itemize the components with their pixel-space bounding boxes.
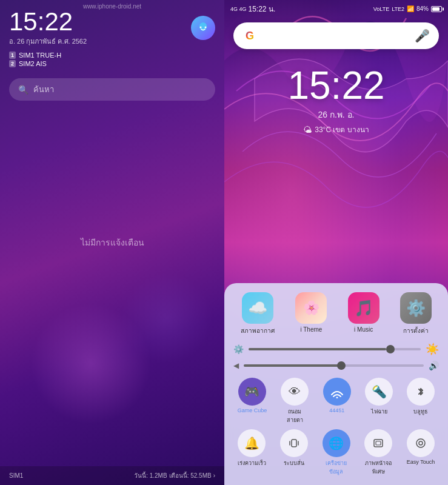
- sim1-text: SIM1 TRUE-H: [19, 52, 61, 59]
- quick-toggles-row1: 🎮 Game Cube 👁 ถนอมสายตา 44451 🔦: [230, 378, 442, 424]
- google-search-bar[interactable]: G 🎤: [233, 22, 439, 49]
- toggle-datanetwork[interactable]: 🌐 เครือข่ายข้อมูล: [323, 429, 350, 476]
- brightness-fill: [249, 348, 386, 350]
- gamecube-label: Game Cube: [238, 407, 267, 413]
- right-clock: 15:22 26 ก.พ. อ. 🌤 33°C เขต บางนา: [224, 54, 448, 138]
- svg-rect-5: [374, 440, 383, 447]
- toggle-boost[interactable]: 🔔 เร่งความเร็ว: [238, 429, 266, 476]
- quick-toggles-row2: 🔔 เร่งความเร็ว ระบบสั่น 🌐 เครือข่ายข้อมู…: [230, 429, 442, 476]
- google-logo: G: [242, 28, 257, 43]
- left-date: อ. 26 กุมภาพันธ์ ค.ศ. 2562: [9, 36, 87, 47]
- lte2-icon: LTE2: [392, 6, 404, 12]
- weather-text: 33°C เขต บางนา: [315, 124, 369, 135]
- search-icon: 🔍: [18, 85, 28, 95]
- quick-apps-row: ☁️ สภาพอากาศ 🌸 i Theme 🎵 i Music ⚙️ การต…: [230, 292, 442, 335]
- volume-row: ◀ 🔊: [230, 361, 442, 370]
- volume-high-icon: 🔊: [429, 361, 439, 370]
- toggle-vibration[interactable]: ระบบสั่น: [280, 429, 308, 476]
- quick-app-settings[interactable]: ⚙️ การตั้งค่า: [400, 292, 432, 335]
- footer-sim: SIM1: [9, 472, 23, 479]
- quick-app-weather[interactable]: ☁️ สภาพอากาศ: [241, 292, 275, 335]
- quick-panel: ☁️ สภาพอากาศ 🌸 i Theme 🎵 i Music ⚙️ การต…: [224, 283, 448, 485]
- theme-app-label: i Theme: [300, 326, 322, 333]
- network44451-label: 44451: [329, 407, 344, 413]
- battery-icon: [431, 6, 442, 12]
- flashlight-label: ไฟฉาย: [371, 407, 387, 416]
- datanetwork-label: เครือข่ายข้อมูล: [326, 459, 347, 476]
- right-time: 15:22: [224, 66, 448, 105]
- footer-today: วันนี้: 1.2MB: [134, 471, 167, 480]
- boost-icon: 🔔: [238, 429, 266, 457]
- bluetooth-icon: [407, 378, 435, 406]
- avatar-icon[interactable]: [191, 16, 215, 40]
- volte-icon: VoLTE: [373, 6, 389, 12]
- eyeprotect-label: ถนอมสายตา: [287, 407, 303, 424]
- volume-low-icon: ◀: [233, 361, 239, 370]
- google-mic-icon[interactable]: 🎤: [415, 28, 430, 43]
- network-icon: [323, 378, 351, 406]
- status-left: 4G 4G 15:22 น.: [230, 3, 275, 15]
- chevron-right-icon: ›: [213, 472, 215, 479]
- boost-label: เร่งความเร็ว: [238, 459, 266, 467]
- status-right: VoLTE LTE2 📶 84%: [373, 5, 442, 12]
- datanetwork-icon: 🌐: [323, 429, 350, 457]
- left-footer: SIM1 วันนี้: 1.2MB เดือนนี้: 52.5MB ›: [0, 466, 224, 485]
- svg-point-2: [205, 27, 207, 28]
- weather-app-label: สภาพอากาศ: [241, 326, 275, 335]
- easytouch-icon: [407, 429, 435, 457]
- right-date: 26 ก.พ. อ.: [224, 108, 448, 121]
- footer-data: วันนี้: 1.2MB เดือนนี้: 52.5MB ›: [134, 471, 215, 480]
- svg-point-8: [419, 441, 423, 445]
- sim1-row: 1 SIM1 TRUE-H: [9, 52, 215, 59]
- weather-app-icon: ☁️: [242, 292, 273, 324]
- sim-info: 1 SIM1 TRUE-H 2 SIM2 AIS: [0, 52, 224, 73]
- toggle-gamecube[interactable]: 🎮 Game Cube: [238, 378, 267, 424]
- vibration-label: ระบบสั่น: [284, 459, 304, 467]
- right-weather: 🌤 33°C เขต บางนา: [224, 124, 448, 135]
- search-bar[interactable]: 🔍 ค้นหา: [9, 78, 215, 101]
- toggle-network44451[interactable]: 44451: [323, 378, 351, 424]
- eyeprotect-icon: 👁: [281, 378, 309, 406]
- watermark: www.iphone-droid.net: [83, 3, 141, 10]
- screenshot-icon: [364, 429, 392, 457]
- svg-rect-6: [376, 441, 381, 445]
- flashlight-icon: 🔦: [365, 378, 393, 406]
- quick-app-theme[interactable]: 🌸 i Theme: [295, 292, 327, 335]
- network-icons: 4G 4G: [230, 6, 247, 12]
- volume-slider[interactable]: [244, 364, 424, 367]
- music-app-label: i Music: [354, 326, 373, 333]
- right-status-bar: 4G 4G 15:22 น. VoLTE LTE2 📶 84%: [224, 0, 448, 18]
- battery-percent: 84%: [416, 5, 429, 12]
- volume-fill: [244, 364, 343, 367]
- left-time: 15:22: [9, 9, 87, 35]
- music-app-icon: 🎵: [348, 292, 379, 324]
- search-placeholder: ค้นหา: [33, 83, 54, 96]
- wifi-icon: 📶: [407, 5, 414, 12]
- brightness-thumb: [386, 345, 395, 353]
- vibration-icon: [280, 429, 308, 457]
- quick-app-music[interactable]: 🎵 i Music: [348, 292, 379, 335]
- bluetooth-label: บลูทูธ: [413, 407, 428, 416]
- sim2-row: 2 SIM2 AIS: [9, 60, 215, 67]
- toggle-screenshot[interactable]: ภาพหน้าจอพิเศษ: [364, 429, 392, 476]
- brightness-slider[interactable]: [249, 348, 421, 350]
- weather-icon: 🌤: [303, 125, 312, 135]
- sim2-text: SIM2 AIS: [19, 60, 47, 67]
- right-panel: 4G 4G 15:22 น. VoLTE LTE2 📶 84% G 🎤 15:2…: [224, 0, 448, 485]
- svg-rect-4: [292, 440, 296, 447]
- brightness-row: ⚙️ ☀️: [230, 343, 442, 356]
- settings-app-icon: ⚙️: [400, 292, 432, 324]
- sim1-badge: 1: [9, 52, 16, 59]
- easytouch-label: Easy Touch: [407, 459, 435, 465]
- toggle-eyeprotect[interactable]: 👁 ถนอมสายตา: [281, 378, 309, 424]
- toggle-bluetooth[interactable]: บลูทูธ: [407, 378, 435, 424]
- brightness-high-icon: ☀️: [426, 343, 439, 356]
- settings-app-label: การตั้งค่า: [403, 326, 429, 335]
- svg-point-1: [200, 27, 202, 28]
- toggle-flashlight[interactable]: 🔦 ไฟฉาย: [365, 378, 393, 424]
- footer-month: เดือนนี้: 52.5MB: [169, 471, 212, 480]
- gamecube-icon: 🎮: [238, 378, 266, 406]
- left-panel: www.iphone-droid.net 15:22 อ. 26 กุมภาพั…: [0, 0, 224, 485]
- toggle-easytouch[interactable]: Easy Touch: [407, 429, 435, 476]
- status-time: 15:22 น.: [249, 3, 276, 15]
